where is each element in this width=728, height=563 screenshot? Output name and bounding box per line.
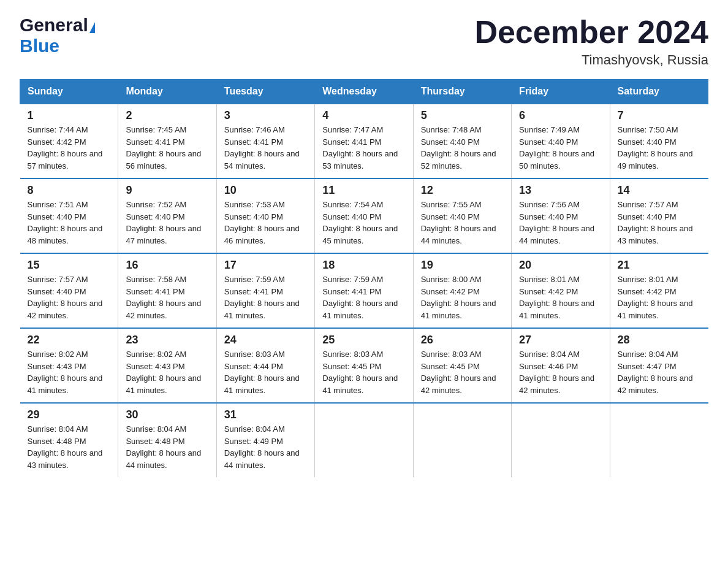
calendar-day-cell: 5 Sunrise: 7:48 AM Sunset: 4:40 PM Dayli… [413, 104, 511, 178]
day-number: 6 [519, 109, 603, 122]
day-info: Sunrise: 8:00 AM Sunset: 4:42 PM Dayligh… [421, 274, 505, 321]
logo-triangle-icon [89, 22, 95, 33]
day-number: 31 [224, 408, 308, 421]
day-number: 30 [126, 408, 210, 421]
col-friday: Friday [512, 80, 610, 104]
day-number: 24 [224, 334, 308, 347]
col-thursday: Thursday [413, 80, 511, 104]
calendar-week-row: 22 Sunrise: 8:02 AM Sunset: 4:43 PM Dayl… [20, 328, 708, 403]
day-number: 5 [421, 109, 505, 122]
col-monday: Monday [118, 80, 216, 104]
col-wednesday: Wednesday [315, 80, 413, 104]
day-info: Sunrise: 7:58 AM Sunset: 4:41 PM Dayligh… [126, 274, 210, 321]
calendar-day-cell: 6 Sunrise: 7:49 AM Sunset: 4:40 PM Dayli… [512, 104, 610, 178]
day-info: Sunrise: 7:46 AM Sunset: 4:41 PM Dayligh… [224, 124, 308, 172]
calendar-day-cell: 21 Sunrise: 8:01 AM Sunset: 4:42 PM Dayl… [610, 253, 708, 328]
calendar-body: 1 Sunrise: 7:44 AM Sunset: 4:42 PM Dayli… [20, 104, 708, 477]
calendar-day-cell: 27 Sunrise: 8:04 AM Sunset: 4:46 PM Dayl… [512, 328, 610, 403]
day-info: Sunrise: 7:51 AM Sunset: 4:40 PM Dayligh… [28, 199, 112, 247]
calendar-day-cell: 20 Sunrise: 8:01 AM Sunset: 4:42 PM Dayl… [512, 253, 610, 328]
calendar-table: Sunday Monday Tuesday Wednesday Thursday… [20, 79, 708, 477]
day-info: Sunrise: 7:55 AM Sunset: 4:40 PM Dayligh… [421, 199, 505, 247]
calendar-week-row: 8 Sunrise: 7:51 AM Sunset: 4:40 PM Dayli… [20, 178, 708, 253]
calendar-title: December 2024 [474, 15, 708, 50]
day-number: 28 [618, 334, 702, 347]
day-info: Sunrise: 7:54 AM Sunset: 4:40 PM Dayligh… [322, 199, 406, 247]
calendar-day-cell: 26 Sunrise: 8:03 AM Sunset: 4:45 PM Dayl… [413, 328, 511, 403]
calendar-day-cell [512, 403, 610, 477]
calendar-day-cell: 18 Sunrise: 7:59 AM Sunset: 4:41 PM Dayl… [315, 253, 413, 328]
day-number: 27 [519, 334, 603, 347]
calendar-day-cell: 29 Sunrise: 8:04 AM Sunset: 4:48 PM Dayl… [20, 403, 118, 477]
day-number: 23 [126, 334, 210, 347]
day-number: 8 [28, 184, 112, 197]
day-number: 15 [28, 259, 112, 272]
day-number: 29 [28, 408, 112, 421]
calendar-day-cell: 28 Sunrise: 8:04 AM Sunset: 4:47 PM Dayl… [610, 328, 708, 403]
day-info: Sunrise: 7:57 AM Sunset: 4:40 PM Dayligh… [28, 274, 112, 321]
day-info: Sunrise: 8:04 AM Sunset: 4:46 PM Dayligh… [519, 348, 603, 396]
day-number: 22 [28, 334, 112, 347]
day-number: 13 [519, 184, 603, 197]
day-info: Sunrise: 8:03 AM Sunset: 4:45 PM Dayligh… [322, 348, 406, 396]
calendar-day-cell: 13 Sunrise: 7:56 AM Sunset: 4:40 PM Dayl… [512, 178, 610, 253]
day-info: Sunrise: 8:02 AM Sunset: 4:43 PM Dayligh… [28, 348, 112, 396]
calendar-day-cell: 19 Sunrise: 8:00 AM Sunset: 4:42 PM Dayl… [413, 253, 511, 328]
calendar-day-cell: 7 Sunrise: 7:50 AM Sunset: 4:40 PM Dayli… [610, 104, 708, 178]
calendar-day-cell: 4 Sunrise: 7:47 AM Sunset: 4:41 PM Dayli… [315, 104, 413, 178]
calendar-day-cell: 9 Sunrise: 7:52 AM Sunset: 4:40 PM Dayli… [118, 178, 216, 253]
day-info: Sunrise: 8:04 AM Sunset: 4:48 PM Dayligh… [28, 423, 112, 471]
calendar-subtitle: Timashyovsk, Russia [474, 52, 708, 68]
col-saturday: Saturday [610, 80, 708, 104]
calendar-day-cell [413, 403, 511, 477]
day-number: 25 [322, 334, 406, 347]
calendar-day-cell: 16 Sunrise: 7:58 AM Sunset: 4:41 PM Dayl… [118, 253, 216, 328]
calendar-day-cell: 15 Sunrise: 7:57 AM Sunset: 4:40 PM Dayl… [20, 253, 118, 328]
day-number: 10 [224, 184, 308, 197]
day-number: 16 [126, 259, 210, 272]
day-number: 1 [28, 109, 112, 122]
calendar-week-row: 29 Sunrise: 8:04 AM Sunset: 4:48 PM Dayl… [20, 403, 708, 477]
day-info: Sunrise: 7:50 AM Sunset: 4:40 PM Dayligh… [618, 124, 702, 172]
day-number: 20 [519, 259, 603, 272]
day-number: 21 [618, 259, 702, 272]
day-number: 26 [421, 334, 505, 347]
day-number: 19 [421, 259, 505, 272]
day-info: Sunrise: 8:04 AM Sunset: 4:49 PM Dayligh… [224, 423, 308, 471]
day-info: Sunrise: 8:03 AM Sunset: 4:44 PM Dayligh… [224, 348, 308, 396]
calendar-day-cell: 8 Sunrise: 7:51 AM Sunset: 4:40 PM Dayli… [20, 178, 118, 253]
day-number: 14 [618, 184, 702, 197]
day-info: Sunrise: 7:52 AM Sunset: 4:40 PM Dayligh… [126, 199, 210, 247]
calendar-day-cell: 31 Sunrise: 8:04 AM Sunset: 4:49 PM Dayl… [216, 403, 314, 477]
calendar-day-cell [610, 403, 708, 477]
col-sunday: Sunday [20, 80, 118, 104]
day-info: Sunrise: 7:59 AM Sunset: 4:41 PM Dayligh… [224, 274, 308, 321]
day-number: 17 [224, 259, 308, 272]
day-info: Sunrise: 8:01 AM Sunset: 4:42 PM Dayligh… [519, 274, 603, 321]
calendar-day-cell: 25 Sunrise: 8:03 AM Sunset: 4:45 PM Dayl… [315, 328, 413, 403]
page-header: General Blue December 2024 Timashyovsk, … [20, 15, 708, 68]
day-number: 11 [322, 184, 406, 197]
day-number: 2 [126, 109, 210, 122]
day-info: Sunrise: 8:02 AM Sunset: 4:43 PM Dayligh… [126, 348, 210, 396]
logo-blue-text: Blue [20, 36, 59, 56]
calendar-day-cell: 3 Sunrise: 7:46 AM Sunset: 4:41 PM Dayli… [216, 104, 314, 178]
day-info: Sunrise: 8:04 AM Sunset: 4:47 PM Dayligh… [618, 348, 702, 396]
day-number: 3 [224, 109, 308, 122]
calendar-header-row: Sunday Monday Tuesday Wednesday Thursday… [20, 80, 708, 104]
day-info: Sunrise: 8:01 AM Sunset: 4:42 PM Dayligh… [618, 274, 702, 321]
calendar-day-cell: 11 Sunrise: 7:54 AM Sunset: 4:40 PM Dayl… [315, 178, 413, 253]
day-info: Sunrise: 8:03 AM Sunset: 4:45 PM Dayligh… [421, 348, 505, 396]
title-block: December 2024 Timashyovsk, Russia [474, 15, 708, 68]
day-number: 18 [322, 259, 406, 272]
calendar-day-cell: 14 Sunrise: 7:57 AM Sunset: 4:40 PM Dayl… [610, 178, 708, 253]
logo-general-text: General [20, 15, 88, 36]
calendar-day-cell: 10 Sunrise: 7:53 AM Sunset: 4:40 PM Dayl… [216, 178, 314, 253]
calendar-week-row: 15 Sunrise: 7:57 AM Sunset: 4:40 PM Dayl… [20, 253, 708, 328]
day-info: Sunrise: 7:53 AM Sunset: 4:40 PM Dayligh… [224, 199, 308, 247]
calendar-week-row: 1 Sunrise: 7:44 AM Sunset: 4:42 PM Dayli… [20, 104, 708, 178]
day-info: Sunrise: 7:56 AM Sunset: 4:40 PM Dayligh… [519, 199, 603, 247]
day-info: Sunrise: 7:48 AM Sunset: 4:40 PM Dayligh… [421, 124, 505, 172]
calendar-day-cell: 1 Sunrise: 7:44 AM Sunset: 4:42 PM Dayli… [20, 104, 118, 178]
logo: General Blue [20, 15, 95, 56]
